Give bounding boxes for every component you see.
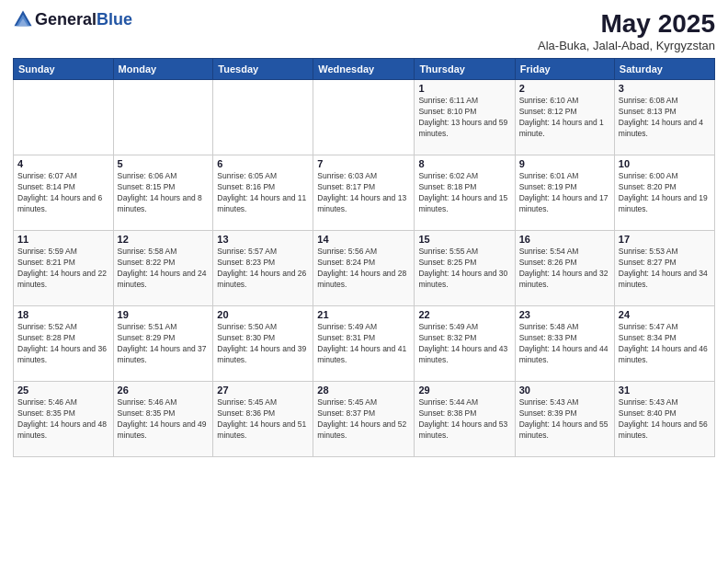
day-4: 4 Sunrise: 6:07 AMSunset: 8:14 PMDayligh…: [14, 155, 114, 231]
page: GeneralBlue May 2025 Ala-Buka, Jalal-Aba…: [0, 0, 728, 563]
calendar-body: 1 Sunrise: 6:11 AMSunset: 8:10 PMDayligh…: [14, 80, 715, 457]
day-9: 9 Sunrise: 6:01 AMSunset: 8:19 PMDayligh…: [515, 155, 614, 231]
day-info-4: Sunrise: 6:07 AMSunset: 8:14 PMDaylight:…: [17, 171, 109, 215]
day-info-18: Sunrise: 5:52 AMSunset: 8:28 PMDaylight:…: [17, 322, 109, 366]
day-number-28: 28: [317, 385, 410, 396]
day-number-16: 16: [519, 234, 610, 245]
day-info-7: Sunrise: 6:03 AMSunset: 8:17 PMDaylight:…: [317, 171, 410, 215]
col-wednesday: Wednesday: [313, 59, 415, 80]
day-number-26: 26: [118, 385, 210, 396]
day-5: 5 Sunrise: 6:06 AMSunset: 8:15 PMDayligh…: [113, 155, 213, 231]
day-number-22: 22: [418, 309, 510, 320]
day-12: 12 Sunrise: 5:58 AMSunset: 8:22 PMDaylig…: [113, 231, 213, 306]
day-number-2: 2: [519, 83, 610, 94]
logo: GeneralBlue: [13, 9, 132, 29]
calendar-row-5: 25 Sunrise: 5:46 AMSunset: 8:35 PMDaylig…: [14, 382, 715, 457]
logo-icon: [13, 9, 33, 29]
col-friday: Friday: [515, 59, 614, 80]
day-info-28: Sunrise: 5:45 AMSunset: 8:37 PMDaylight:…: [317, 397, 410, 442]
day-number-20: 20: [217, 309, 309, 320]
day-info-9: Sunrise: 6:01 AMSunset: 8:19 PMDaylight:…: [519, 171, 610, 215]
day-14: 14 Sunrise: 5:56 AMSunset: 8:24 PMDaylig…: [313, 231, 415, 306]
day-13: 13 Sunrise: 5:57 AMSunset: 8:23 PMDaylig…: [213, 231, 313, 306]
calendar-row-2: 4 Sunrise: 6:07 AMSunset: 8:14 PMDayligh…: [14, 155, 715, 231]
logo-blue: Blue: [97, 10, 132, 29]
day-number-10: 10: [619, 158, 711, 169]
day-number-15: 15: [418, 234, 510, 245]
day-info-6: Sunrise: 6:05 AMSunset: 8:16 PMDaylight:…: [217, 171, 309, 215]
day-number-9: 9: [519, 158, 610, 169]
day-number-30: 30: [519, 385, 610, 396]
calendar-row-3: 11 Sunrise: 5:59 AMSunset: 8:21 PMDaylig…: [14, 231, 715, 306]
logo-text: GeneralBlue: [35, 10, 132, 29]
day-30: 30 Sunrise: 5:43 AMSunset: 8:39 PMDaylig…: [515, 382, 614, 457]
day-18: 18 Sunrise: 5:52 AMSunset: 8:28 PMDaylig…: [14, 306, 114, 382]
day-8: 8 Sunrise: 6:02 AMSunset: 8:18 PMDayligh…: [415, 155, 515, 231]
day-19: 19 Sunrise: 5:51 AMSunset: 8:29 PMDaylig…: [113, 306, 213, 382]
day-info-13: Sunrise: 5:57 AMSunset: 8:23 PMDaylight:…: [217, 247, 309, 291]
day-info-5: Sunrise: 6:06 AMSunset: 8:15 PMDaylight:…: [118, 171, 210, 215]
day-number-23: 23: [519, 309, 610, 320]
day-info-17: Sunrise: 5:53 AMSunset: 8:27 PMDaylight:…: [619, 247, 711, 291]
day-28: 28 Sunrise: 5:45 AMSunset: 8:37 PMDaylig…: [313, 382, 415, 457]
day-number-19: 19: [118, 309, 210, 320]
day-info-23: Sunrise: 5:48 AMSunset: 8:33 PMDaylight:…: [519, 322, 610, 366]
day-16: 16 Sunrise: 5:54 AMSunset: 8:26 PMDaylig…: [515, 231, 614, 306]
day-info-14: Sunrise: 5:56 AMSunset: 8:24 PMDaylight:…: [317, 247, 410, 291]
subtitle: Ala-Buka, Jalal-Abad, Kyrgyzstan: [538, 39, 715, 52]
day-info-27: Sunrise: 5:45 AMSunset: 8:36 PMDaylight:…: [217, 397, 309, 442]
day-info-29: Sunrise: 5:44 AMSunset: 8:38 PMDaylight:…: [418, 397, 510, 442]
col-monday: Monday: [113, 59, 213, 80]
calendar-row-4: 18 Sunrise: 5:52 AMSunset: 8:28 PMDaylig…: [14, 306, 715, 382]
title-block: May 2025 Ala-Buka, Jalal-Abad, Kyrgyzsta…: [538, 9, 715, 52]
day-31: 31 Sunrise: 5:43 AMSunset: 8:40 PMDaylig…: [614, 382, 714, 457]
day-info-3: Sunrise: 6:08 AMSunset: 8:13 PMDaylight:…: [619, 96, 711, 140]
day-27: 27 Sunrise: 5:45 AMSunset: 8:36 PMDaylig…: [213, 382, 313, 457]
day-info-19: Sunrise: 5:51 AMSunset: 8:29 PMDaylight:…: [118, 322, 210, 366]
day-10: 10 Sunrise: 6:00 AMSunset: 8:20 PMDaylig…: [614, 155, 714, 231]
empty-cell: [313, 80, 415, 155]
day-info-10: Sunrise: 6:00 AMSunset: 8:20 PMDaylight:…: [619, 171, 711, 215]
calendar-table: Sunday Monday Tuesday Wednesday Thursday…: [13, 58, 715, 457]
col-thursday: Thursday: [415, 59, 515, 80]
empty-cell: [14, 80, 114, 155]
day-info-11: Sunrise: 5:59 AMSunset: 8:21 PMDaylight:…: [17, 247, 109, 291]
day-number-12: 12: [118, 234, 210, 245]
col-sunday: Sunday: [14, 59, 114, 80]
day-info-2: Sunrise: 6:10 AMSunset: 8:12 PMDaylight:…: [519, 96, 610, 140]
day-number-27: 27: [217, 385, 309, 396]
day-number-5: 5: [118, 158, 210, 169]
day-info-21: Sunrise: 5:49 AMSunset: 8:31 PMDaylight:…: [317, 322, 410, 366]
calendar-header: Sunday Monday Tuesday Wednesday Thursday…: [14, 59, 715, 80]
day-info-1: Sunrise: 6:11 AMSunset: 8:10 PMDaylight:…: [418, 96, 510, 140]
day-21: 21 Sunrise: 5:49 AMSunset: 8:31 PMDaylig…: [313, 306, 415, 382]
day-26: 26 Sunrise: 5:46 AMSunset: 8:35 PMDaylig…: [113, 382, 213, 457]
day-24: 24 Sunrise: 5:47 AMSunset: 8:34 PMDaylig…: [614, 306, 714, 382]
day-number-11: 11: [17, 234, 109, 245]
day-3: 3 Sunrise: 6:08 AMSunset: 8:13 PMDayligh…: [614, 80, 714, 155]
day-number-14: 14: [317, 234, 410, 245]
day-info-31: Sunrise: 5:43 AMSunset: 8:40 PMDaylight:…: [619, 397, 711, 442]
day-17: 17 Sunrise: 5:53 AMSunset: 8:27 PMDaylig…: [614, 231, 714, 306]
month-title: May 2025: [538, 9, 715, 39]
day-info-24: Sunrise: 5:47 AMSunset: 8:34 PMDaylight:…: [619, 322, 711, 366]
day-number-25: 25: [17, 385, 109, 396]
logo-general: General: [35, 10, 97, 29]
day-number-1: 1: [418, 83, 510, 94]
col-saturday: Saturday: [614, 59, 714, 80]
day-info-30: Sunrise: 5:43 AMSunset: 8:39 PMDaylight:…: [519, 397, 610, 442]
day-11: 11 Sunrise: 5:59 AMSunset: 8:21 PMDaylig…: [14, 231, 114, 306]
weekday-row: Sunday Monday Tuesday Wednesday Thursday…: [14, 59, 715, 80]
day-23: 23 Sunrise: 5:48 AMSunset: 8:33 PMDaylig…: [515, 306, 614, 382]
day-info-26: Sunrise: 5:46 AMSunset: 8:35 PMDaylight:…: [118, 397, 210, 442]
day-number-29: 29: [418, 385, 510, 396]
day-1: 1 Sunrise: 6:11 AMSunset: 8:10 PMDayligh…: [415, 80, 515, 155]
day-7: 7 Sunrise: 6:03 AMSunset: 8:17 PMDayligh…: [313, 155, 415, 231]
day-info-20: Sunrise: 5:50 AMSunset: 8:30 PMDaylight:…: [217, 322, 309, 366]
day-info-22: Sunrise: 5:49 AMSunset: 8:32 PMDaylight:…: [418, 322, 510, 366]
day-29: 29 Sunrise: 5:44 AMSunset: 8:38 PMDaylig…: [415, 382, 515, 457]
day-number-7: 7: [317, 158, 410, 169]
day-number-3: 3: [619, 83, 711, 94]
day-info-15: Sunrise: 5:55 AMSunset: 8:25 PMDaylight:…: [418, 247, 510, 291]
day-2: 2 Sunrise: 6:10 AMSunset: 8:12 PMDayligh…: [515, 80, 614, 155]
